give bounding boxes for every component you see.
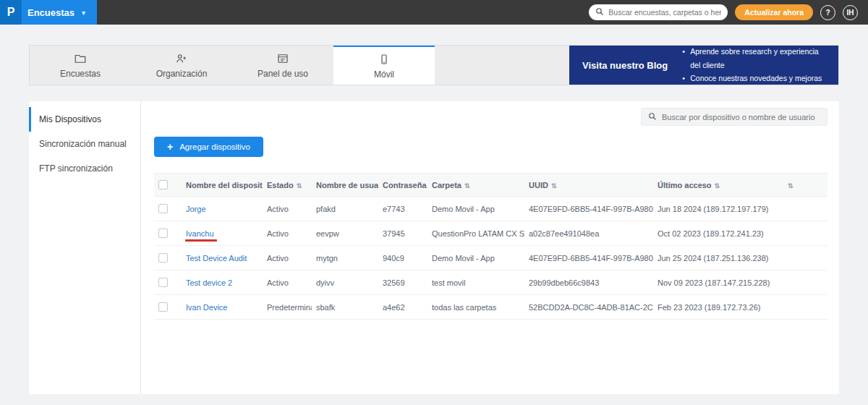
- sort-icon[interactable]: ⇅: [551, 182, 557, 189]
- folder-icon: [74, 52, 87, 65]
- column-header-extra[interactable]: ⇅: [780, 174, 827, 197]
- device-name-link[interactable]: Ivanchu: [186, 229, 214, 238]
- update-now-button[interactable]: Actualizar ahora: [735, 4, 813, 20]
- table-row: Test device 2Activodyivv32569test movil2…: [154, 270, 827, 295]
- row-checkbox[interactable]: [158, 253, 168, 263]
- device-username: pfakd: [312, 197, 378, 221]
- plus-icon: +: [167, 141, 173, 153]
- tabs: EncuestasOrganizaciónPanel de usoMóvil: [30, 46, 435, 85]
- device-folder: test movil: [427, 270, 524, 295]
- empty-cell: [780, 221, 827, 246]
- global-search: [589, 4, 728, 20]
- row-checkbox[interactable]: [158, 229, 168, 238]
- row-checkbox[interactable]: [158, 204, 168, 213]
- empty-cell: [780, 246, 827, 270]
- blog-bullet: Conoce nuestras novedades y mejoras: [682, 72, 825, 85]
- device-last-access: Feb 23 2023 (189.172.73.26): [653, 295, 780, 320]
- device-uuid: 4E07E9FD-6BB5-414F-997B-A980C0FA69DD: [524, 197, 653, 221]
- column-header-ultimo-acceso[interactable]: Último acceso⇅: [653, 174, 780, 197]
- main-panel: + Agregar dispositivo Nombre del disposi…: [141, 101, 839, 394]
- device-username: dyivv: [312, 270, 378, 295]
- tabstrip: EncuestasOrganizaciónPanel de usoMóvil V…: [29, 45, 839, 85]
- column-header-nombre-de-usuario[interactable]: Nombre de usuario⇅: [312, 174, 378, 197]
- device-uuid: 52BCDD2A-DC8C-4ADB-81AC-2C913A6390C7: [524, 295, 653, 320]
- topbar-right: Actualizar ahora ? IH: [589, 4, 858, 20]
- column-header-contrasena[interactable]: Contraseña⇅: [378, 174, 427, 197]
- help-button[interactable]: ?: [820, 5, 835, 20]
- device-folder: Demo Movil - App: [427, 197, 524, 221]
- table-row: Test Device AuditActivomytgn940c9Demo Mo…: [154, 246, 827, 270]
- row-checkbox[interactable]: [158, 278, 168, 287]
- global-search-input[interactable]: [608, 8, 721, 17]
- table-row: Ivan DevicePredeterminadosbafka4e62todas…: [154, 295, 827, 320]
- blog-bullets: Aprende sobre research y experiencia del…: [682, 45, 825, 86]
- blog-bullet: Aprende sobre research y experiencia del…: [682, 45, 825, 72]
- device-status: Activo: [263, 246, 312, 270]
- usage-panel-icon: [276, 52, 289, 65]
- device-status: Predeterminado: [263, 295, 312, 320]
- app-menu-label: Encuestas: [27, 7, 75, 18]
- device-last-access: Nov 09 2023 (187.147.215.228): [653, 270, 780, 295]
- search-icon: [648, 111, 657, 124]
- device-last-access: Jun 25 2024 (187.251.136.238): [653, 246, 780, 270]
- add-device-button[interactable]: + Agregar dispositivo: [154, 137, 263, 157]
- sort-icon[interactable]: ⇅: [297, 182, 302, 189]
- device-password: 940c9: [378, 246, 427, 270]
- device-password: 32569: [378, 270, 427, 295]
- device-password: a4e62: [378, 295, 427, 320]
- column-header-estado[interactable]: Estado⇅: [263, 174, 312, 197]
- device-name-link[interactable]: Ivan Device: [186, 303, 227, 312]
- mobile-icon: [378, 53, 391, 66]
- tab-panel-de-uso[interactable]: Panel de uso: [232, 46, 333, 85]
- table-row: IvanchuActivoeevpw37945QuestionPro LATAM…: [154, 221, 827, 246]
- sidebar-item-ftp-sincronizacion[interactable]: FTP sincronización: [29, 156, 140, 181]
- device-username: mytgn: [312, 246, 378, 270]
- blog-title: Visita nuestro Blog: [582, 60, 668, 71]
- search-icon: [595, 6, 604, 19]
- column-header-carpeta[interactable]: Carpeta⇅: [427, 174, 524, 197]
- device-uuid: 29b99dbeb66c9843: [524, 270, 653, 295]
- empty-cell: [780, 295, 827, 320]
- select-all-checkbox[interactable]: [158, 180, 168, 189]
- device-password: e7743: [378, 197, 427, 221]
- blog-banner[interactable]: Visita nuestro Blog Aprende sobre resear…: [569, 46, 838, 85]
- red-underline-annotation: [185, 239, 217, 242]
- device-name-link[interactable]: Jorge: [186, 205, 206, 213]
- add-device-label: Agregar dispositivo: [179, 142, 250, 151]
- device-search-input[interactable]: [662, 113, 820, 122]
- device-status: Activo: [263, 197, 312, 221]
- table-row: JorgeActivopfakde7743Demo Movil - App4E0…: [154, 197, 827, 221]
- device-folder: todas las carpetas: [427, 295, 524, 320]
- device-folder: Demo Movil - App: [427, 246, 524, 270]
- sidebar-item-sincronizacion-manual[interactable]: Sincronización manual: [29, 132, 140, 156]
- device-last-access: Jun 18 2024 (189.172.197.179): [653, 197, 780, 221]
- chevron-down-icon: ▾: [82, 9, 85, 17]
- device-status: Activo: [263, 270, 312, 295]
- sort-icon[interactable]: ⇅: [464, 182, 470, 189]
- row-checkbox[interactable]: [158, 302, 168, 312]
- device-uuid: a02c87ee491048ea: [524, 221, 653, 246]
- column-header-nombre-del-dispositivo[interactable]: Nombre del dispositivo⇅: [182, 174, 263, 197]
- sidebar-item-mis-dispositivos[interactable]: Mis Dispositivos: [29, 107, 140, 132]
- device-name-link[interactable]: Test device 2: [186, 278, 232, 287]
- device-username: sbafk: [312, 295, 378, 320]
- questionpro-logo: P: [0, 0, 22, 25]
- surveys-menu-button[interactable]: P Encuestas ▾: [0, 0, 97, 25]
- device-name-link[interactable]: Test Device Audit: [186, 254, 247, 263]
- column-header-uuid[interactable]: UUID⇅: [524, 174, 653, 197]
- device-uuid: 4E07E9FD-6BB5-414F-997B-A980C0FA69DD: [524, 246, 653, 270]
- sort-icon[interactable]: ⇅: [788, 182, 793, 189]
- avatar[interactable]: IH: [843, 5, 858, 20]
- empty-cell: [780, 197, 827, 221]
- device-status: Activo: [263, 221, 312, 246]
- sort-icon[interactable]: ⇅: [715, 182, 720, 189]
- org-people-icon: [175, 52, 188, 65]
- tab-organizacion[interactable]: Organización: [131, 46, 232, 85]
- device-last-access: Oct 02 2023 (189.172.241.23): [653, 221, 780, 246]
- tab-encuestas[interactable]: Encuestas: [30, 46, 131, 85]
- sidebar: Mis DispositivosSincronización manualFTP…: [29, 101, 141, 394]
- table-header-row: Nombre del dispositivo⇅Estado⇅Nombre de …: [154, 174, 827, 197]
- device-folder: QuestionPro LATAM CX System: [427, 221, 524, 246]
- tab-movil[interactable]: Móvil: [333, 46, 435, 85]
- devices-table: Nombre del dispositivo⇅Estado⇅Nombre de …: [154, 173, 827, 320]
